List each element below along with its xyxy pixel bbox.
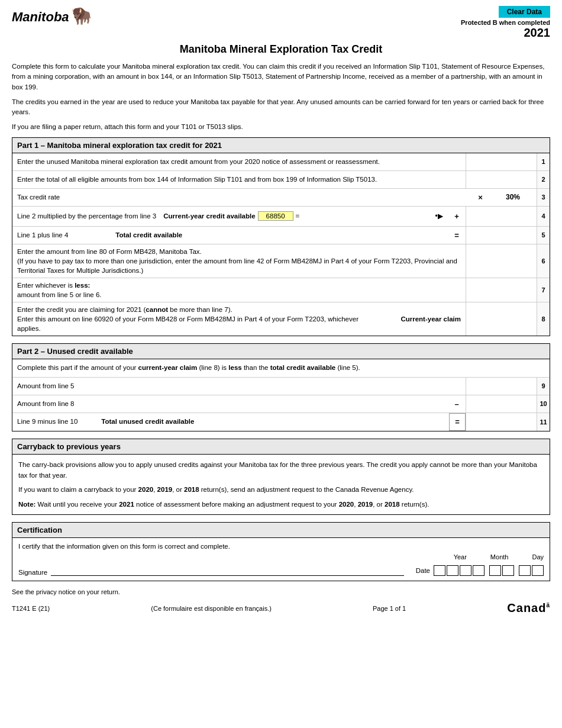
- carryback-para1: The carry-back provisions allow you to a…: [18, 459, 544, 481]
- row4-arrow: •▶: [430, 207, 448, 226]
- date-boxes: [434, 565, 544, 576]
- part2-header: Part 2 – Unused credit available: [12, 344, 550, 359]
- form-title: Manitoba Mineral Exploration Tax Credit: [12, 43, 550, 56]
- row6-label: Enter the amount from line 80 of Form MB…: [12, 244, 466, 278]
- table-row: Enter the credit you are claiming for 20…: [12, 302, 550, 336]
- table-row: Line 9 minus line 10 Total unused credit…: [12, 413, 550, 431]
- row11-field[interactable]: [466, 417, 537, 427]
- intro-paragraph-2: The credits you earned in the year are u…: [12, 97, 550, 118]
- sig-row: Signature Date: [18, 564, 544, 576]
- part1-section: Part 1 – Manitoba mineral exploration ta…: [12, 137, 550, 337]
- date-box-y4[interactable]: [473, 565, 485, 576]
- certify-text: I certify that the information given on …: [18, 543, 544, 550]
- intro-paragraph-3: If you are filing a paper return, attach…: [12, 122, 550, 132]
- french-text: (Ce formulaire est disponible en françai…: [151, 605, 272, 612]
- date-box-y3[interactable]: [460, 565, 471, 576]
- row7-field[interactable]: [466, 285, 537, 295]
- row4-label: Line 2 multiplied by the percentage from…: [12, 207, 430, 226]
- date-box-m2[interactable]: [502, 565, 514, 576]
- bison-icon: 🦬: [71, 7, 92, 25]
- row4-field[interactable]: [466, 211, 537, 221]
- row8-linenum: 8: [537, 302, 550, 336]
- row11-operator: =: [449, 413, 466, 431]
- carryback-body: The carry-back provisions allow you to a…: [12, 455, 550, 515]
- row2-field[interactable]: [466, 175, 537, 184]
- row8-field[interactable]: [466, 314, 537, 324]
- row9-linenum: 9: [537, 378, 550, 395]
- row1-linenum: 1: [537, 153, 550, 170]
- row11-linenum: 11: [537, 413, 550, 431]
- logo-text: Manitoba: [12, 9, 69, 24]
- signature-label: Signature: [18, 569, 47, 576]
- intro-paragraph-1: Complete this form to calculate your Man…: [12, 62, 550, 92]
- row7-input[interactable]: [466, 278, 537, 302]
- row10-label: Amount from line 8: [12, 395, 448, 413]
- part1-header: Part 1 – Manitoba mineral exploration ta…: [12, 138, 550, 153]
- row2-label: Enter the total of all eligible amounts …: [12, 171, 466, 188]
- carryback-para3: Note: Wait until you receive your 2021 n…: [18, 499, 544, 510]
- clear-data-button[interactable]: Clear Data: [499, 6, 550, 18]
- top-right-area: Clear Data Protected B when completed 20…: [461, 6, 550, 40]
- row10-linenum: 10: [537, 395, 550, 413]
- year-label: Year: [454, 553, 467, 561]
- table-row: Tax credit rate × 30% 3: [12, 189, 550, 207]
- table-row: Amount from line 8 – 10: [12, 395, 550, 413]
- table-row: Enter the unused Manitoba mineral explor…: [12, 153, 550, 171]
- row8-input[interactable]: [466, 302, 537, 336]
- row6-input[interactable]: [466, 244, 537, 278]
- table-row: Line 2 multiplied by the percentage from…: [12, 207, 550, 227]
- month-label: Month: [490, 553, 509, 561]
- certification-header: Certification: [12, 523, 550, 538]
- table-row: Amount from line 5 9: [12, 378, 550, 395]
- table-row: Line 1 plus line 4 Total credit availabl…: [12, 227, 550, 244]
- page-header: Manitoba 🦬 Clear Data Protected B when c…: [12, 6, 550, 40]
- manitoba-logo: Manitoba 🦬: [12, 6, 92, 25]
- part2-section: Part 2 – Unused credit available Complet…: [12, 343, 550, 431]
- part2-intro: Complete this part if the amount of your…: [12, 359, 550, 377]
- date-box-d2[interactable]: [532, 565, 544, 576]
- row4-input[interactable]: [466, 207, 537, 226]
- row4-highlighted-field[interactable]: [258, 211, 293, 221]
- protected-b-text: Protected B when completed: [461, 19, 550, 26]
- row1-input[interactable]: [466, 153, 537, 170]
- row11-label: Line 9 minus line 10 Total unused credit…: [12, 413, 449, 431]
- date-label: Date: [416, 567, 430, 574]
- carryback-para2: If you want to claim a carryback to your…: [18, 484, 544, 495]
- row3-operator: ×: [471, 189, 489, 206]
- row9-input[interactable]: [466, 378, 537, 395]
- form-number: T1241 E (21): [12, 605, 50, 612]
- row3-rate: 30%: [489, 189, 537, 206]
- row9-label: Amount from line 5: [12, 378, 466, 395]
- row5-input[interactable]: [466, 227, 537, 244]
- table-row: Enter the total of all eligible amounts …: [12, 171, 550, 189]
- cert-row: Year Month Day: [18, 553, 544, 562]
- privacy-text: See the privacy notice on your return.: [12, 588, 550, 595]
- row5-field[interactable]: [466, 230, 537, 240]
- table-row: Enter the amount from line 80 of Form MB…: [12, 244, 550, 278]
- date-box-d1[interactable]: [519, 565, 531, 576]
- row3-label: Tax credit rate: [12, 189, 471, 206]
- row9-field[interactable]: [466, 381, 537, 391]
- row5-linenum: 5: [537, 227, 550, 244]
- row1-label: Enter the unused Manitoba mineral explor…: [12, 153, 466, 170]
- certification-section: Certification I certify that the informa…: [12, 522, 550, 581]
- row6-field[interactable]: [466, 256, 537, 266]
- row5-operator: =: [448, 227, 466, 244]
- row10-operator: –: [448, 395, 466, 413]
- signature-area: Year Month Day: [18, 553, 544, 562]
- row11-input[interactable]: [466, 413, 537, 431]
- page-text: Page 1 of 1: [373, 605, 406, 612]
- row4-plus: +: [448, 207, 466, 226]
- signature-line: [51, 564, 403, 576]
- row2-input[interactable]: [466, 171, 537, 188]
- row7-linenum: 7: [537, 278, 550, 302]
- date-box-y1[interactable]: [434, 565, 445, 576]
- row10-field[interactable]: [466, 399, 537, 408]
- date-box-m1[interactable]: [489, 565, 501, 576]
- row10-input[interactable]: [466, 395, 537, 413]
- row4-linenum: 4: [537, 207, 550, 226]
- row1-field[interactable]: [466, 157, 537, 166]
- page-footer: T1241 E (21) (Ce formulaire est disponib…: [12, 601, 550, 615]
- certification-body: I certify that the information given on …: [12, 538, 550, 581]
- date-box-y2[interactable]: [447, 565, 458, 576]
